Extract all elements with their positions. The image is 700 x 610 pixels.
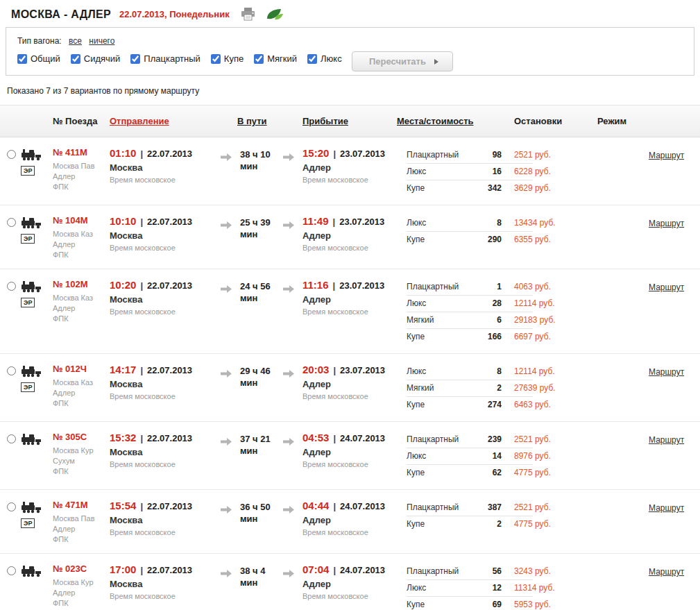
- route-link[interactable]: Маршрут: [649, 567, 684, 577]
- departure-city: Москва: [110, 230, 221, 241]
- seat-count: 290: [472, 235, 502, 244]
- train-icon: [21, 501, 42, 516]
- arrival-time: 15:20: [302, 147, 329, 159]
- train-number-link[interactable]: № 023С: [53, 564, 110, 574]
- seats-table: Плацкартный 56 3243 руб. Люкс 12 11314 р…: [407, 564, 535, 610]
- train-select-radio[interactable]: [7, 282, 16, 291]
- arrival-city: Адлер: [302, 515, 407, 525]
- wagon-type-checkbox-input[interactable]: [130, 54, 140, 64]
- arrival-timezone: Время московское: [302, 460, 407, 468]
- train-select-radio[interactable]: [7, 434, 16, 443]
- seat-class-row: Купе 274 6463 руб.: [407, 397, 533, 413]
- seat-price: 12114 руб.: [514, 298, 555, 308]
- seat-count: 12: [472, 583, 502, 593]
- seats-table: Люкс 8 12114 руб. Мягкий 2 27639 руб. Ку…: [407, 364, 535, 413]
- arrival-date: 23.07.2013: [340, 365, 385, 375]
- train-number-link[interactable]: № 471М: [53, 500, 110, 510]
- departure-time: 15:32: [110, 432, 136, 443]
- wagon-type-checkbox-input[interactable]: [307, 54, 317, 64]
- seat-class-label: Мягкий: [407, 383, 472, 393]
- select-all-link[interactable]: все: [69, 36, 82, 46]
- er-badge: ЭР: [21, 518, 35, 528]
- train-select-radio[interactable]: [7, 366, 16, 375]
- er-badge: ЭР: [21, 382, 35, 392]
- seat-price: 4775 руб.: [514, 519, 551, 529]
- arrow-right-icon: [283, 368, 294, 380]
- seat-class-label: Плацкартный: [407, 434, 472, 444]
- train-route-line: Москва Каз: [53, 293, 110, 303]
- arrow-right-icon: [434, 59, 438, 65]
- train-select-radio[interactable]: [7, 150, 16, 159]
- train-number-link[interactable]: № 102М: [53, 279, 110, 289]
- arrival-time: 04:53: [302, 432, 329, 443]
- seat-class-row: Плацкартный 56 3243 руб.: [407, 564, 533, 580]
- departure-time: 10:20: [110, 279, 136, 291]
- departure-date: 22.07.2013: [147, 501, 192, 511]
- departure-date: 22.07.2013: [147, 365, 192, 375]
- select-none-link[interactable]: ничего: [89, 36, 114, 46]
- recalculate-button[interactable]: Пересчитать: [352, 51, 453, 71]
- seat-price: 4063 руб.: [514, 282, 551, 291]
- wagon-type-checkbox[interactable]: Сидячий: [71, 53, 121, 64]
- train-row: ЭР № 012Ч Москва КазАдлерФПК 14:17 | 22.…: [0, 354, 700, 422]
- wagon-type-checkbox[interactable]: Люкс: [307, 53, 342, 64]
- wagon-type-checkbox[interactable]: Купе: [211, 53, 244, 64]
- train-select-radio[interactable]: [7, 502, 16, 511]
- travel-duration: 38 ч 10 мин: [240, 147, 283, 172]
- arrow-right-icon: [283, 151, 294, 163]
- route-link[interactable]: Маршрут: [649, 367, 684, 377]
- train-number-link[interactable]: № 305С: [53, 432, 110, 442]
- train-number-link[interactable]: № 104М: [53, 215, 110, 226]
- seats-table: Плацкартный 98 2521 руб. Люкс 16 6228 ру…: [407, 147, 535, 196]
- wagon-type-checkbox[interactable]: Общий: [17, 53, 60, 64]
- train-route: Москва КазАдлерФПК: [53, 378, 110, 409]
- wagon-type-checkbox-input[interactable]: [254, 54, 264, 64]
- wagon-type-checkbox[interactable]: Плацкартный: [130, 53, 200, 64]
- seat-class-row: Купе 290 6355 руб.: [407, 232, 533, 248]
- wagon-type-checkbox-label: Люкс: [321, 53, 342, 64]
- departure-timezone: Время московское: [110, 592, 221, 600]
- departure-city: Москва: [110, 379, 221, 389]
- er-badge: ЭР: [21, 166, 35, 176]
- train-route-line: ФПК: [53, 398, 110, 409]
- route-link[interactable]: Маршрут: [649, 435, 684, 445]
- arrival-city: Адлер: [302, 294, 407, 305]
- train-select-radio[interactable]: [7, 566, 16, 575]
- seat-price: 4775 руб.: [514, 468, 551, 477]
- train-route: Москва КурСухумФПК: [53, 446, 110, 477]
- wagon-type-checkbox-input[interactable]: [17, 54, 27, 64]
- route-link[interactable]: Маршрут: [649, 282, 684, 292]
- arrow-right-icon: [221, 283, 232, 295]
- col-header-duration[interactable]: В пути: [237, 116, 283, 126]
- separator: |: [333, 149, 336, 159]
- col-header-stops: Остановки: [514, 116, 597, 126]
- train-row: ЭР № 102М Москва КазАдлерФПК 10:20 | 22.…: [0, 269, 700, 354]
- seat-price: 11314 руб.: [514, 583, 555, 593]
- separator: |: [333, 217, 336, 227]
- travel-date: 22.07.2013, Понедельник: [119, 9, 230, 19]
- train-number-link[interactable]: № 012Ч: [53, 364, 110, 374]
- print-icon[interactable]: [241, 8, 255, 21]
- seat-class-label: Плацкартный: [407, 502, 472, 512]
- wagon-type-checkbox[interactable]: Мягкий: [254, 53, 297, 64]
- route-link[interactable]: Маршрут: [649, 151, 684, 160]
- route-link[interactable]: Маршрут: [649, 219, 684, 228]
- train-number-link[interactable]: № 411М: [53, 147, 110, 158]
- results-table-header: № Поезда Отправление В пути Прибытие Мес…: [0, 105, 700, 137]
- train-select-radio[interactable]: [7, 218, 16, 227]
- arrival-date: 23.07.2013: [339, 280, 384, 291]
- wagon-type-checkbox-input[interactable]: [211, 54, 221, 64]
- arrow-right-icon: [221, 436, 232, 448]
- route-link[interactable]: Маршрут: [649, 503, 684, 513]
- train-route: Москва КазАдлерФПК: [53, 229, 110, 260]
- arrow-right-icon: [283, 504, 294, 516]
- train-route-line: ФПК: [53, 182, 110, 192]
- travel-duration: 36 ч 50 мин: [240, 500, 283, 525]
- col-header-departure[interactable]: Отправление: [110, 116, 221, 126]
- col-header-arrival[interactable]: Прибытие: [302, 116, 407, 126]
- train-route-line: Адлер: [53, 239, 110, 250]
- eco-leaf-icon[interactable]: [266, 8, 284, 20]
- seat-class-row: Плацкартный 98 2521 руб.: [407, 147, 533, 164]
- wagon-type-checkbox-input[interactable]: [71, 54, 80, 64]
- arrow-right-icon: [221, 151, 232, 163]
